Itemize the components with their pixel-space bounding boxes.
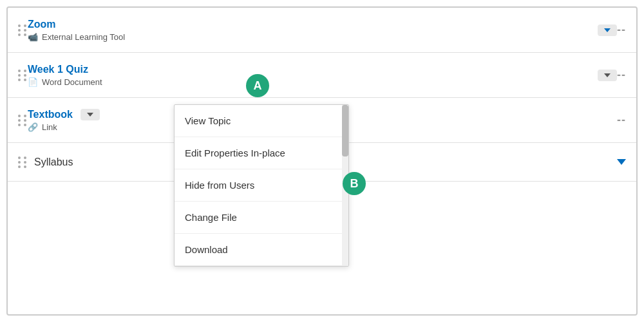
menu-change-file[interactable]: Change File: [175, 202, 348, 234]
content-area: Zoom 📹 External Learning Tool -- Week 1 …: [6, 6, 638, 316]
syllabus-chevron-icon[interactable]: [617, 159, 626, 165]
textbook-dropdown-button[interactable]: [80, 109, 100, 120]
quiz-chevron-icon: [604, 73, 611, 77]
week1quiz-row: Week 1 Quiz 📄 Word Document --: [8, 53, 636, 98]
drag-handle-quiz[interactable]: [18, 70, 28, 81]
quiz-dropdown-button[interactable]: [598, 70, 617, 81]
drag-handle-zoom[interactable]: [18, 24, 28, 36]
zoom-title[interactable]: Zoom: [28, 19, 590, 30]
quiz-content: Week 1 Quiz 📄 Word Document: [28, 64, 590, 87]
zoom-dropdown-button[interactable]: [598, 24, 617, 36]
dropdown-menu: View Topic Edit Properties In-place Hide…: [174, 104, 349, 267]
zoom-row: Zoom 📹 External Learning Tool --: [8, 8, 636, 53]
quiz-type: Word Document: [42, 77, 102, 87]
textbook-type: Link: [42, 122, 57, 132]
menu-hide-from-users[interactable]: Hide from Users: [175, 169, 348, 202]
zoom-dash: --: [617, 23, 626, 37]
menu-edit-properties[interactable]: Edit Properties In-place: [175, 137, 348, 169]
drag-handle-textbook[interactable]: [18, 115, 28, 126]
quiz-right: --: [617, 68, 626, 82]
quiz-title[interactable]: Week 1 Quiz: [28, 64, 590, 75]
quiz-subtitle: 📄 Word Document: [28, 77, 590, 87]
textbook-right: --: [617, 113, 626, 127]
dropdown-scrollbar-thumb[interactable]: [342, 105, 348, 156]
dropdown-menu-inner: View Topic Edit Properties In-place Hide…: [175, 105, 348, 266]
badge-a: A: [246, 74, 269, 97]
zoom-right: --: [617, 23, 626, 37]
syllabus-right: [617, 159, 626, 165]
badge-b: B: [343, 172, 366, 195]
menu-view-topic[interactable]: View Topic: [175, 105, 348, 137]
quiz-dash: --: [617, 68, 626, 82]
zoom-subtitle: 📹 External Learning Tool: [28, 32, 590, 42]
drag-handle-syllabus[interactable]: [18, 156, 28, 168]
textbook-link-icon: 🔗: [28, 122, 38, 132]
textbook-dash: --: [617, 113, 626, 127]
syllabus-title[interactable]: Syllabus: [34, 156, 73, 168]
zoom-content: Zoom 📹 External Learning Tool: [28, 19, 590, 42]
textbook-chevron-icon: [87, 113, 93, 117]
zoom-icon: 📹: [28, 32, 38, 42]
zoom-chevron-icon: [604, 28, 611, 32]
zoom-type: External Learning Tool: [42, 32, 125, 42]
quiz-doc-icon: 📄: [28, 77, 38, 87]
menu-download[interactable]: Download: [175, 234, 348, 266]
